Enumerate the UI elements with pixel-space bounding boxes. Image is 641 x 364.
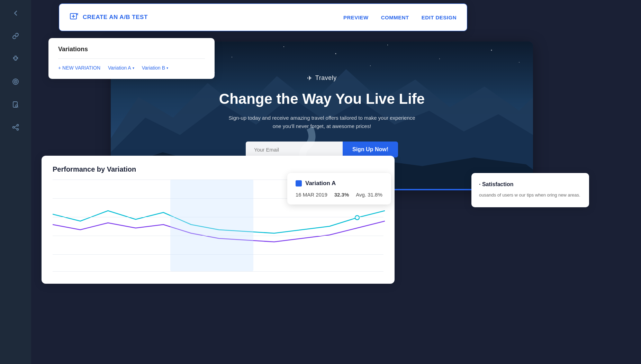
main-area: CREATE AN A/B TEST PREVIEW COMMENT EDIT … <box>31 0 641 364</box>
link-icon[interactable] <box>9 30 22 42</box>
chart-tooltip: Variation A 16 MAR 2019 32.3% Avg. 31.8% <box>287 173 391 204</box>
svg-point-6 <box>13 127 15 128</box>
back-icon[interactable] <box>9 7 22 19</box>
email-input[interactable] <box>246 142 343 157</box>
variations-title: Variations <box>58 46 205 53</box>
edit-design-button[interactable]: EDIT DESIGN <box>422 15 457 20</box>
hero-brand: ✈ Travely <box>307 74 336 82</box>
puzzle-icon[interactable] <box>9 53 22 65</box>
search-doc-icon[interactable] <box>9 98 22 111</box>
hero-content: ✈ Travely Change the Way You Live Life S… <box>198 74 445 157</box>
tooltip-variation-name: Variation A <box>305 180 336 187</box>
toolbar-card: CREATE AN A/B TEST PREVIEW COMMENT EDIT … <box>59 3 467 31</box>
svg-point-22 <box>355 216 359 220</box>
variations-divider <box>58 58 205 59</box>
sidebar <box>0 0 31 364</box>
preview-button[interactable]: PREVIEW <box>343 15 369 20</box>
tooltip-date: 16 MAR 2019 <box>296 192 327 198</box>
tooltip-stats: 16 MAR 2019 32.3% Avg. 31.8% <box>296 192 383 198</box>
svg-point-13 <box>283 46 284 47</box>
target-icon[interactable] <box>9 75 22 88</box>
performance-card: Performance by Variation <box>42 156 395 284</box>
variations-panel: Variations + NEW VARIATION Variation A ▾… <box>48 38 215 79</box>
grid-line-6 <box>53 271 383 272</box>
tooltip-value: 32.3% <box>334 192 349 198</box>
create-ab-icon <box>70 12 79 23</box>
svg-point-14 <box>335 53 336 54</box>
svg-rect-3 <box>13 102 17 107</box>
signup-button[interactable]: Sign Up Now! <box>343 142 398 157</box>
new-variation-button[interactable]: + NEW VARIATION <box>58 65 100 71</box>
hero-subtext: Sign-up today and receive amazing travel… <box>225 114 419 130</box>
svg-point-17 <box>491 50 492 51</box>
performance-title: Performance by Variation <box>53 165 383 173</box>
variation-a-caret: ▾ <box>133 66 134 70</box>
tooltip-variation: Variation A <box>296 180 383 187</box>
variation-b-caret: ▾ <box>166 66 168 70</box>
share-icon[interactable] <box>9 121 22 134</box>
tooltip-avg: Avg. 31.8% <box>356 192 382 198</box>
toolbar-actions: PREVIEW COMMENT EDIT DESIGN <box>343 15 457 20</box>
variation-b-tab[interactable]: Variation B ▾ <box>142 65 168 71</box>
variations-tabs: + NEW VARIATION Variation A ▾ Variation … <box>58 65 205 71</box>
variation-a-tab[interactable]: Variation A ▾ <box>108 65 134 71</box>
comment-button[interactable]: COMMENT <box>381 15 409 20</box>
toolbar-title: CREATE AN A/B TEST <box>83 14 343 21</box>
tooltip-color-indicator <box>296 180 302 186</box>
satisfaction-title: · Satisfaction <box>479 181 581 188</box>
svg-point-12 <box>232 57 232 57</box>
svg-point-21 <box>370 65 371 66</box>
hero-cta: Sign Up Now! <box>246 142 398 157</box>
hero-heading: Change the Way You Live Life <box>219 90 425 108</box>
satisfaction-card: · Satisfaction ousands of users w our ti… <box>471 173 589 207</box>
svg-point-2 <box>15 81 16 82</box>
svg-point-18 <box>519 62 520 63</box>
chart-highlight <box>170 180 253 271</box>
svg-point-15 <box>387 45 388 45</box>
plane-icon: ✈ <box>307 74 313 82</box>
svg-point-16 <box>439 58 440 59</box>
satisfaction-text: ousands of users w our tips when oring n… <box>479 192 581 199</box>
